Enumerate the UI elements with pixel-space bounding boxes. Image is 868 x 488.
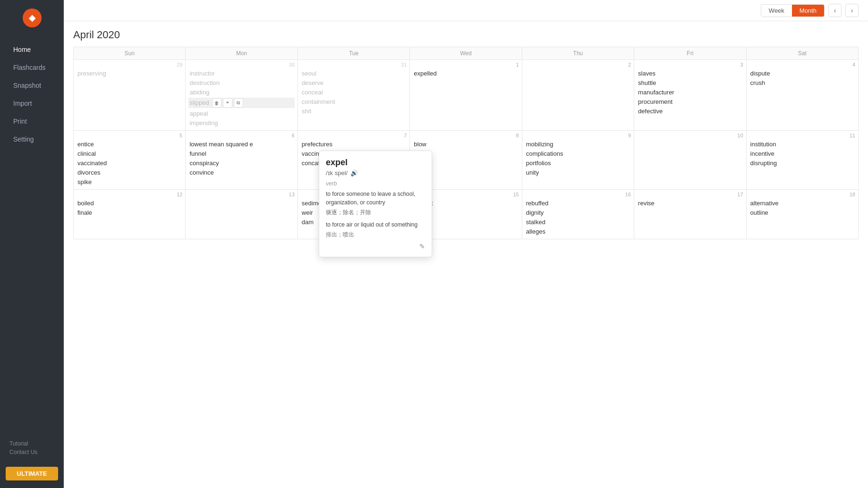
word-item[interactable]: dignity [525, 209, 631, 217]
day-number: 7 [301, 133, 407, 138]
word-item[interactable]: shuttle [637, 79, 743, 87]
calendar-grid: SunMonTueWedThuFriSat 29preserving30inst… [73, 47, 859, 239]
calendar-cell-1-5: 10 [634, 131, 746, 190]
word-item[interactable]: manufacturer [637, 88, 743, 96]
audio-icon[interactable]: 🔊 [350, 169, 358, 177]
copy-word-btn[interactable]: ⧉ [234, 98, 243, 108]
day-header-wed: Wed [410, 47, 522, 60]
word-item[interactable]: conceal [301, 88, 407, 96]
popup-cn-1: 驱逐；除名；开除 [326, 209, 425, 217]
word-item[interactable]: crush [749, 79, 855, 87]
word-item[interactable]: portfolios [525, 159, 631, 167]
sidebar-item-home[interactable]: Home [4, 41, 60, 58]
word-item[interactable]: blow [413, 140, 519, 148]
day-header-thu: Thu [522, 47, 634, 60]
word-item[interactable]: deserve [301, 79, 407, 87]
word-item[interactable]: divorces [77, 168, 182, 177]
word-item[interactable]: complications [525, 150, 631, 158]
sidebar: ◆ Home Flashcards Snapshot Import Print … [0, 0, 64, 488]
word-item[interactable]: slaves [637, 69, 743, 77]
calendar-cell-2-0: 12boiledfinale [74, 190, 186, 239]
word-item[interactable]: mobilizing [525, 140, 631, 148]
word-item[interactable]: clinical [77, 150, 182, 158]
word-item[interactable]: unity [525, 168, 631, 177]
calendar-cell-0-1: 30instructordestructionabidingslipped🗑❝⧉… [186, 60, 298, 131]
word-item[interactable]: stalked [525, 218, 631, 226]
word-item[interactable]: alternative [749, 199, 855, 207]
word-item[interactable]: seoul [301, 69, 407, 77]
day-header-sat: Sat [746, 47, 858, 60]
word-item[interactable]: abiding [188, 88, 294, 96]
word-item[interactable]: spike [77, 178, 182, 186]
day-number: 18 [749, 192, 855, 197]
month-view-button[interactable]: Month [792, 5, 824, 17]
day-number: 6 [188, 133, 294, 138]
calendar-container: April 2020 SunMonTueWedThuFriSat 29prese… [64, 21, 868, 488]
calendar-cell-0-5: 3slavesshuttlemanufacturerprocurementdef… [634, 60, 746, 131]
word-item[interactable]: alleges [525, 227, 631, 236]
word-item-highlighted[interactable]: slipped🗑❝⧉ [188, 98, 294, 108]
day-header-sun: Sun [74, 47, 186, 60]
word-item[interactable]: rebuffed [525, 199, 631, 207]
sidebar-item-flashcards[interactable]: Flashcards [4, 59, 60, 76]
popup-cn-2: 排出；喷出 [326, 231, 425, 239]
word-item[interactable]: disrupting [749, 159, 855, 167]
word-item[interactable]: revise [637, 199, 743, 207]
word-item[interactable]: procurement [637, 98, 743, 106]
prev-month-button[interactable]: ‹ [828, 4, 842, 17]
day-number: 2 [525, 62, 631, 67]
word-item[interactable]: boiled [77, 199, 182, 207]
quote-word-btn[interactable]: ❝ [223, 98, 232, 108]
view-toggle: Week Month [761, 4, 825, 17]
ultimate-badge[interactable]: ULTIMATE [6, 467, 58, 480]
word-item[interactable]: dispute [749, 69, 855, 77]
word-item[interactable]: convince [188, 168, 294, 177]
calendar-cell-1-0: 5enticeclinicalvaccinateddivorcesspike [74, 131, 186, 190]
day-number: 10 [637, 133, 743, 138]
calendar-cell-1-4: 9mobilizingcomplicationsportfoliosunity [522, 131, 634, 190]
sidebar-item-snapshot[interactable]: Snapshot [4, 77, 60, 94]
word-item[interactable]: conspiracy [188, 159, 294, 167]
tutorial-link[interactable]: Tutorial [9, 440, 54, 447]
word-item[interactable]: outline [749, 209, 855, 217]
day-number: 30 [188, 62, 294, 67]
word-item[interactable]: vaccinated [77, 159, 182, 167]
word-item[interactable]: institution [749, 140, 855, 148]
sidebar-item-print[interactable]: Print [4, 113, 60, 130]
word-item[interactable]: destruction [188, 79, 294, 87]
word-item[interactable]: impending [188, 119, 294, 127]
word-item[interactable]: expelled [413, 69, 519, 77]
word-item[interactable]: incentive [749, 150, 855, 158]
word-item[interactable]: entice [77, 140, 182, 148]
day-number: 11 [749, 133, 855, 138]
word-item[interactable]: preserving [77, 69, 182, 77]
day-number: 4 [749, 62, 855, 67]
calendar-cell-0-3: 1expelled [410, 60, 522, 131]
day-number: 12 [77, 192, 182, 197]
word-item[interactable]: instructor [188, 69, 294, 77]
word-item[interactable]: finale [77, 209, 182, 217]
sidebar-item-setting[interactable]: Setting [4, 131, 60, 148]
word-item[interactable]: prefectures [301, 140, 407, 148]
word-item[interactable]: appeal [188, 109, 294, 118]
popup-edit-button[interactable]: ✎ [419, 243, 425, 250]
word-item[interactable]: lowest mean squared e [188, 140, 294, 148]
delete-word-btn[interactable]: 🗑 [212, 98, 221, 108]
app-logo: ◆ [23, 8, 42, 27]
day-number: 3 [637, 62, 743, 67]
word-item[interactable]: defective [637, 107, 743, 115]
sidebar-item-import[interactable]: Import [4, 95, 60, 112]
word-item[interactable]: funnel [188, 150, 294, 158]
contact-link[interactable]: Contact Us [9, 449, 54, 455]
next-month-button[interactable]: › [845, 4, 859, 17]
day-number: 29 [77, 62, 182, 67]
week-view-button[interactable]: Week [761, 5, 792, 17]
word-item[interactable]: shit [301, 107, 407, 115]
day-number: 17 [637, 192, 743, 197]
day-number: 31 [301, 62, 407, 67]
word-item[interactable]: containment [301, 98, 407, 106]
day-number: 9 [525, 133, 631, 138]
topbar: Week Month ‹ › [64, 0, 868, 21]
calendar-cell-1-1: 6lowest mean squared efunnelconspiracyco… [186, 131, 298, 190]
calendar-cell-0-2: 31seouldeserveconcealcontainmentshit [298, 60, 409, 131]
